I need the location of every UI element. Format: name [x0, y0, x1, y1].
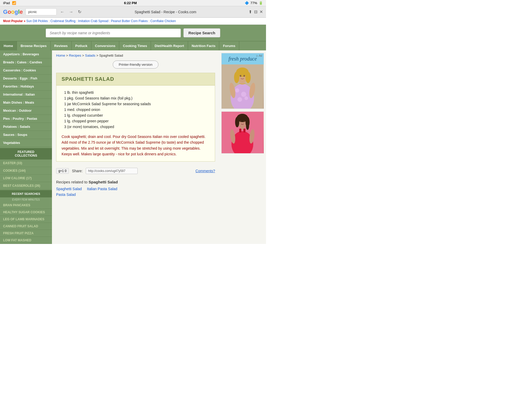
ingredient-7: 3 (or more) tomatoes, chopped	[64, 124, 210, 130]
share-label: Share:	[72, 169, 83, 173]
recipe-instructions: Cook spaghetti; drain and cool. Pour dry…	[56, 132, 215, 161]
ad-header-wrap: fresh produce ▷ Ad	[222, 53, 264, 64]
share-button[interactable]: ⬆	[249, 9, 252, 14]
search-input[interactable]	[46, 29, 181, 37]
related-links: Spaghetti Salad Italian Pasta Salad	[56, 187, 215, 191]
sidebar-mexican[interactable]: Mexican : Outdoor	[0, 107, 52, 115]
recent-searches-header: RECENT SEARCHES	[0, 190, 52, 197]
breadcrumb-salads[interactable]: Salads	[85, 54, 95, 57]
nav-conversions[interactable]: Conversions	[91, 41, 119, 50]
status-bar: iPad 📶 6:22 PM 🔷 77% 🔋	[0, 0, 266, 6]
wifi-icon: 📶	[12, 1, 16, 5]
svg-point-3	[241, 92, 246, 97]
sidebar-vegetables[interactable]: Vegetables	[0, 139, 52, 147]
related-prefix: Recipes related to	[56, 180, 89, 184]
sidebar-breads[interactable]: Breads : Cakes : Candies	[0, 58, 52, 66]
comments-link[interactable]: Comments?	[196, 169, 215, 173]
google-plus-button[interactable]: g+1 0	[56, 168, 69, 174]
popular-link-4[interactable]: Peanut Butter Corn Flakes	[111, 19, 148, 23]
url-input[interactable]	[25, 8, 57, 15]
share-url-input[interactable]	[86, 168, 138, 174]
back-button[interactable]: ←	[59, 9, 65, 15]
recent-sugar-cookies[interactable]: HEALTHY SUGAR COOKIES	[0, 209, 52, 216]
recipe-ingredients: 1 lb. thin spaghetti 1 pkg. Good Seasons…	[56, 85, 215, 132]
refresh-button[interactable]: ↻	[77, 9, 82, 15]
related-link-2[interactable]: Italian Pasta Salad	[87, 187, 117, 191]
related-recipes: Recipes related to Spaghetti Salad Spagh…	[56, 180, 215, 197]
sidebar-international[interactable]: International : Italian	[0, 91, 52, 99]
battery-label: 77%	[250, 1, 257, 5]
recent-subtitle: EVERY FEW MINUTES	[0, 197, 52, 202]
recipe-card: SPAGHETTI SALAD 1 lb. thin spaghetti 1 p…	[56, 73, 215, 162]
main-layout: Appetizers : Beverages Breads : Cakes : …	[0, 50, 266, 244]
nav-diet[interactable]: Diet/Health Report	[151, 41, 188, 50]
ingredient-2: 1 pkg. Good Seasons Italian mix (foil pk…	[64, 95, 210, 101]
recipe-title: SPAGHETTI SALAD	[56, 73, 215, 85]
time-display: 6:22 PM	[124, 1, 137, 5]
ipad-label: iPad	[3, 1, 10, 5]
related-bold: Spaghetti Salad	[89, 180, 118, 184]
collection-cookies[interactable]: COOKIES (144)	[0, 167, 52, 175]
related-link-3[interactable]: Pasta Salad	[56, 192, 76, 197]
status-left: iPad 📶	[3, 1, 16, 5]
nav-reviews[interactable]: Reviews	[51, 41, 72, 50]
page-title: Spaghetti Salad - Recipe - Cooks.com	[85, 10, 246, 14]
sidebar-appetizers[interactable]: Appetizers : Beverages	[0, 50, 52, 58]
breadcrumb: Home > Recipes > Salads > Spaghetti Sala…	[56, 54, 215, 57]
bluetooth-icon: 🔷	[245, 1, 249, 5]
ad-title: fresh produce	[224, 56, 261, 62]
recent-bran-pancakes[interactable]: BRAN PANCAKES	[0, 202, 52, 209]
collection-casseroles[interactable]: BEST CASSEROLES (26)	[0, 182, 52, 190]
reader-button[interactable]: ⊟	[254, 9, 257, 14]
svg-rect-28	[243, 129, 245, 132]
battery-icon: 🔋	[259, 1, 263, 5]
forward-button[interactable]: →	[68, 9, 74, 15]
popular-link-2[interactable]: Crabmeat Stuffing	[50, 19, 76, 23]
svg-point-5	[244, 96, 248, 100]
nav-cooking-times[interactable]: Cooking Times	[119, 41, 151, 50]
most-popular-label: Most Popular »	[3, 19, 25, 23]
svg-point-12	[243, 75, 245, 77]
sidebar-main-dishes[interactable]: Main Dishes : Meats	[0, 99, 52, 107]
nav-home[interactable]: Home	[0, 41, 17, 50]
recent-mashed[interactable]: LOW FAT MASHED	[0, 237, 52, 244]
share-bar: g+1 0 Share: Comments?	[56, 166, 215, 176]
breadcrumb-home[interactable]: Home	[56, 54, 65, 57]
nav-potluck[interactable]: Potluck	[72, 41, 91, 50]
svg-point-23	[240, 121, 241, 122]
svg-rect-27	[239, 129, 241, 132]
collection-low-calorie[interactable]: LOW CALORIE (17)	[0, 175, 52, 182]
ad-box-2[interactable]	[221, 111, 264, 154]
recent-fruit-pizza[interactable]: FRESH FRUIT PIZZA	[0, 230, 52, 237]
sidebar-potatoes[interactable]: Potatoes : Salads	[0, 123, 52, 131]
recent-fruit-salad[interactable]: CANNED FRUIT SALAD	[0, 223, 52, 230]
sidebar-desserts[interactable]: Desserts : Eggs : Fish	[0, 75, 52, 83]
popular-link-1[interactable]: Sun Dill Pickles	[26, 19, 48, 23]
popular-link-5[interactable]: Cornflake Chicken	[150, 19, 176, 23]
recipe-search-button[interactable]: Recipe Search	[183, 28, 220, 37]
close-button[interactable]: ✕	[260, 9, 263, 14]
sidebar-sauces[interactable]: Sauces : Soups	[0, 131, 52, 139]
collection-easter[interactable]: EASTER (33)	[0, 159, 52, 167]
printer-friendly-button[interactable]: Printer-friendly version	[113, 61, 158, 69]
ad-image-2	[222, 112, 264, 153]
browser-actions: ⬆ ⊟ ✕	[249, 9, 263, 14]
ingredient-5: 1 lg. chopped cucumber	[64, 112, 210, 118]
nav-browse[interactable]: Browse Recipes	[17, 41, 50, 50]
ad-column: fresh produce ▷ Ad	[219, 50, 266, 244]
breadcrumb-recipes[interactable]: Recipes	[69, 54, 81, 57]
recent-lamb[interactable]: LEG OF LAMB MARINADES	[0, 216, 52, 223]
sidebar-favorites[interactable]: Favorites : Holidays	[0, 83, 52, 91]
sidebar-casseroles[interactable]: Casseroles : Cookies	[0, 66, 52, 75]
featured-collections-header: FEATUREDCOLLECTIONS	[0, 148, 52, 159]
svg-point-20	[235, 117, 239, 127]
google-logo: Google	[3, 9, 23, 15]
ad-box-1[interactable]: fresh produce ▷ Ad	[221, 53, 264, 109]
most-popular-bar: Most Popular » Sun Dill Pickles : Crabme…	[0, 18, 266, 25]
sidebar-pies[interactable]: Pies : Poultry : Pastas	[0, 115, 52, 123]
related-link-1[interactable]: Spaghetti Salad	[56, 187, 82, 191]
nav-forums[interactable]: Forums	[219, 41, 239, 50]
nav-nutrition[interactable]: Nutrition Facts	[188, 41, 220, 50]
status-right: 🔷 77% 🔋	[245, 1, 263, 5]
popular-link-3[interactable]: Imitation Crab Spread	[78, 19, 109, 23]
